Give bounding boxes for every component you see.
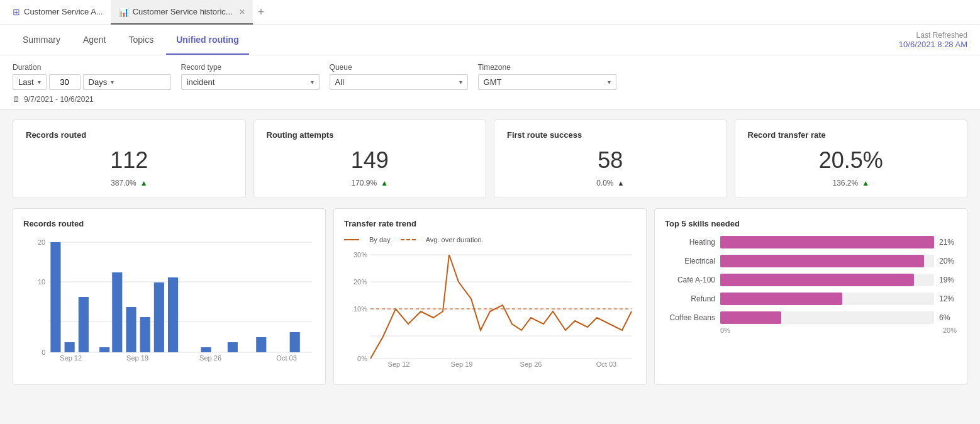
tab-unified-routing[interactable]: Unified routing — [166, 26, 249, 55]
skill-pct-refund: 12% — [939, 294, 957, 303]
chevron-down-icon: ▾ — [608, 79, 611, 86]
grid-icon: ⊞ — [13, 7, 20, 17]
svg-rect-7 — [50, 242, 60, 352]
svg-rect-19 — [290, 332, 300, 352]
close-icon[interactable]: ✕ — [239, 8, 245, 16]
skill-pct-electrical: 20% — [939, 257, 957, 265]
top-skills-chart: Top 5 skills needed Heating 21% Electric… — [654, 208, 967, 385]
list-item: Coffee Beans 6% — [665, 311, 957, 324]
timezone-select[interactable]: GMT ▾ — [478, 74, 616, 90]
line-chart-container: 30% 20% 10% 0% Sep 12 Sep 19 Sep 26 Oct … — [344, 248, 636, 374]
hbar-track-cafe — [720, 274, 934, 286]
svg-rect-17 — [228, 342, 238, 352]
svg-rect-16 — [201, 347, 211, 352]
last-refreshed: Last Refreshed 10/6/2021 8:28 AM — [899, 31, 967, 49]
kpi-routing-attempts-footer: 170.9% ▲ — [267, 179, 474, 187]
tab-topics[interactable]: Topics — [119, 26, 164, 55]
skill-label-heating: Heating — [665, 238, 715, 247]
svg-rect-18 — [256, 337, 266, 352]
svg-rect-9 — [79, 297, 89, 352]
hbar-track-refund — [720, 293, 934, 305]
line-chart-svg: 30% 20% 10% 0% Sep 12 Sep 19 Sep 26 Oct … — [344, 248, 636, 368]
add-tab-button[interactable]: + — [253, 0, 270, 25]
hbar-fill-cafe — [720, 274, 914, 286]
hbar-fill-heating — [720, 236, 934, 248]
records-routed-chart-title: Records routed — [23, 219, 315, 228]
timezone-label: Timezone — [478, 63, 616, 72]
hbar-track-electrical — [720, 255, 934, 267]
records-routed-chart: Records routed 20 10 0 — [13, 208, 326, 385]
duration-number-input[interactable] — [49, 74, 81, 90]
calendar-icon: 🗓 — [13, 95, 20, 104]
bar-chart-container: 20 10 0 — [23, 236, 315, 362]
kpi-first-route-success-pct: 0.0% — [596, 179, 613, 187]
axis-min: 0% — [720, 326, 730, 334]
skill-pct-coffee: 6% — [939, 313, 957, 322]
svg-rect-12 — [126, 307, 136, 352]
duration-label: Duration — [13, 63, 171, 72]
skill-pct-heating: 21% — [939, 238, 957, 247]
skill-label-coffee: Coffee Beans — [665, 313, 715, 322]
svg-text:0: 0 — [42, 349, 45, 356]
date-range: 🗓 9/7/2021 - 10/6/2021 — [13, 95, 967, 104]
hbar-axis: 0% 20% — [665, 326, 957, 334]
kpi-cards-row: Records routed 112 387.0% ▲ Routing atte… — [13, 120, 967, 198]
queue-select[interactable]: All ▾ — [330, 74, 468, 90]
duration-prefix-select[interactable]: Last ▾ — [13, 74, 47, 90]
svg-rect-13 — [140, 317, 150, 352]
skill-label-refund: Refund — [665, 294, 715, 303]
browser-tab-bar: ⊞ Customer Service A... 📊 Customer Servi… — [0, 0, 980, 25]
tab-agent[interactable]: Agent — [73, 26, 116, 55]
svg-text:30%: 30% — [354, 251, 367, 259]
hbar-track-coffee — [720, 311, 934, 324]
kpi-routing-attempts-pct: 170.9% — [351, 179, 377, 187]
browser-tab-1[interactable]: ⊞ Customer Service A... — [5, 0, 111, 25]
kpi-first-route-success-footer: 0.0% ▲ — [507, 179, 714, 187]
last-refreshed-label: Last Refreshed — [899, 31, 967, 40]
svg-rect-8 — [65, 342, 75, 352]
filters-bar: Duration Last ▾ Days ▾ Record type incid… — [0, 55, 980, 109]
chart-icon: 📊 — [118, 7, 129, 17]
svg-text:Oct 03: Oct 03 — [276, 354, 297, 362]
kpi-records-routed: Records routed 112 387.0% ▲ — [13, 120, 246, 198]
axis-max: 20% — [943, 326, 957, 334]
svg-text:0%: 0% — [357, 355, 367, 362]
svg-text:Sep 12: Sep 12 — [60, 354, 82, 362]
arrow-up-icon: ▲ — [140, 179, 148, 187]
chevron-down-icon: ▾ — [38, 79, 41, 86]
line-chart-legend: By day Avg. over duration. — [344, 236, 636, 243]
record-type-select[interactable]: incident ▾ — [181, 74, 320, 90]
transfer-rate-chart-title: Transfer rate trend — [344, 219, 636, 228]
chevron-down-icon: ▾ — [311, 79, 314, 86]
kpi-records-routed-pct: 387.0% — [111, 179, 136, 187]
svg-rect-10 — [99, 347, 109, 352]
hbar-fill-refund — [720, 293, 842, 305]
top-skills-chart-title: Top 5 skills needed — [665, 219, 957, 228]
charts-row: Records routed 20 10 0 — [13, 208, 967, 385]
hbar-track-heating — [720, 236, 934, 248]
kpi-routing-attempts: Routing attempts 149 170.9% ▲ — [253, 120, 487, 198]
duration-filter: Duration Last ▾ Days ▾ — [13, 63, 171, 90]
svg-text:Sep 26: Sep 26 — [199, 354, 221, 362]
record-type-filter: Record type incident ▾ — [181, 63, 320, 90]
kpi-record-transfer-rate-value: 20.5% — [748, 147, 955, 174]
arrow-up-icon: ▲ — [862, 179, 869, 187]
kpi-first-route-success-value: 58 — [507, 147, 714, 174]
duration-prefix-value: Last — [18, 77, 34, 87]
kpi-records-routed-title: Records routed — [26, 130, 233, 140]
arrow-up-icon: ▲ — [617, 179, 624, 187]
svg-text:Oct 03: Oct 03 — [596, 360, 616, 368]
last-refreshed-value: 10/6/2021 8:28 AM — [899, 40, 967, 49]
svg-text:10: 10 — [38, 278, 45, 286]
kpi-records-routed-value: 112 — [26, 147, 233, 174]
svg-text:10%: 10% — [354, 305, 367, 313]
duration-unit-select[interactable]: Days ▾ — [83, 74, 171, 90]
bar-chart-svg: 20 10 0 — [23, 236, 315, 362]
svg-rect-15 — [168, 277, 178, 352]
browser-tab-2[interactable]: 📊 Customer Service historic... ✕ — [111, 0, 253, 25]
list-item: Electrical 20% — [665, 255, 957, 267]
kpi-record-transfer-rate: Record transfer rate 20.5% 136.2% ▲ — [735, 120, 968, 198]
tab-summary[interactable]: Summary — [13, 26, 70, 55]
svg-text:20: 20 — [38, 238, 45, 246]
date-range-value: 9/7/2021 - 10/6/2021 — [24, 95, 94, 104]
